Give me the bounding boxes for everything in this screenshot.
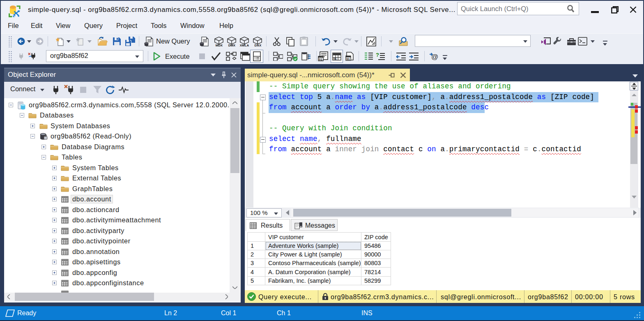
svg-text:01: 01 (319, 58, 322, 61)
svg-text:?: ? (376, 52, 379, 58)
svg-text:MDX: MDX (216, 44, 223, 47)
svg-text:01: 01 (334, 57, 337, 60)
svg-text:XMLA: XMLA (240, 44, 249, 47)
svg-text:DAX: DAX (255, 44, 262, 47)
svg-text:DMX: DMX (228, 44, 236, 47)
svg-text:01: 01 (346, 57, 350, 61)
